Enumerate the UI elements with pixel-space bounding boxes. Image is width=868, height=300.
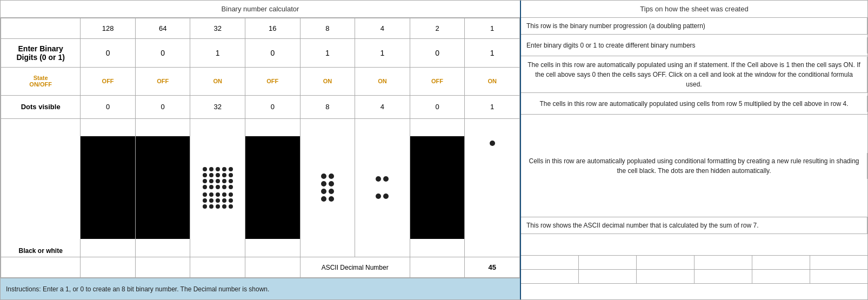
binary-6[interactable]: 0 (410, 38, 465, 68)
ascii-empty-3 (245, 257, 301, 278)
visual-cell-16 (245, 118, 301, 257)
ascii-empty-1 (135, 257, 190, 278)
ascii-row: ASCII Decimal Number 45 (1, 257, 520, 278)
binary-digits-row: Enter BinaryDigits (0 or 1) 0 0 1 0 1 1 … (1, 38, 520, 68)
visual-cell-8 (300, 118, 355, 257)
tip-3: The cells in this row are automatically … (521, 57, 867, 92)
instructions-text: Instructions: Enter a 1, or 0 to create … (6, 285, 269, 293)
state-4: ON (300, 68, 355, 95)
binary-0[interactable]: 0 (81, 38, 136, 68)
instructions-row: Instructions: Enter a 1, or 0 to create … (1, 278, 520, 299)
binary-5[interactable]: 1 (355, 38, 410, 68)
tip-row-5: Cells in this row are automatically popl… (521, 115, 867, 217)
tip-row-6: This row shows the ASCII decimal number … (521, 217, 867, 234)
dots-row-label: Dots visible (1, 95, 81, 118)
extra-cell-12 (810, 270, 867, 283)
binary-table: 128 64 32 16 8 4 2 1 Enter BinaryDigits … (1, 18, 520, 278)
visual-cell-64 (135, 118, 190, 257)
extra-cell-7 (521, 270, 579, 283)
dots-4: 8 (300, 95, 355, 118)
visual-cell-2 (410, 118, 465, 257)
binary-2[interactable]: 1 (190, 38, 245, 68)
extra-row-1 (521, 256, 867, 270)
tip-6: This row shows the ASCII decimal number … (521, 217, 867, 234)
extra-cell-9 (637, 270, 695, 283)
visual-row-label: Black or white (1, 118, 81, 257)
extra-cell-5 (752, 256, 810, 269)
dots-1: 0 (135, 95, 190, 118)
state-3: OFF (245, 68, 301, 95)
col-64: 64 (135, 18, 190, 39)
binary-1[interactable]: 0 (135, 38, 190, 68)
tips-grid: This row is the binary number progressio… (521, 18, 867, 299)
state-5: ON (355, 68, 410, 95)
state-row-label: StateON/OFF (1, 68, 81, 95)
col-32: 32 (190, 18, 245, 39)
column-headers-row: 128 64 32 16 8 4 2 1 (1, 18, 520, 39)
dots-5: 4 (355, 95, 410, 118)
left-title: Binary number calculator (1, 1, 520, 18)
ascii-empty-2 (190, 257, 245, 278)
tip-row-1: This row is the binary number progressio… (521, 18, 867, 35)
extra-cell-10 (695, 270, 752, 283)
state-row: StateON/OFF OFF OFF ON OFF ON ON OFF ON (1, 68, 520, 95)
dots-0: 0 (81, 95, 136, 118)
ascii-empty-4 (410, 257, 465, 278)
tip-5: Cells in this row are automatically popl… (521, 153, 867, 179)
state-7: ON (465, 68, 520, 95)
state-0: OFF (81, 68, 136, 95)
extra-row-2 (521, 270, 867, 284)
ascii-label-cell (1, 257, 81, 278)
dots-visible-row: Dots visible 0 0 32 0 8 4 0 1 (1, 95, 520, 118)
col-4: 4 (355, 18, 410, 39)
extra-cell-8 (579, 270, 637, 283)
state-6: OFF (410, 68, 465, 95)
ascii-label: ASCII Decimal Number (300, 257, 410, 278)
dots-3: 0 (245, 95, 301, 118)
tip-row-3: The cells in this row are automatically … (521, 56, 867, 93)
extra-cell-3 (637, 256, 695, 269)
extra-cell-6 (810, 256, 867, 269)
state-2: ON (190, 68, 245, 95)
ascii-value: 45 (465, 257, 520, 278)
ascii-empty-0 (81, 257, 136, 278)
visual-cell-32 (190, 118, 245, 257)
binary-7[interactable]: 1 (465, 38, 520, 68)
tip-4: The cells in this row are automatically … (521, 96, 867, 112)
extra-cell-4 (695, 256, 752, 269)
binary-4[interactable]: 1 (300, 38, 355, 68)
tip-row-2: Enter binary digits 0 or 1 to create dif… (521, 35, 867, 56)
state-1: OFF (135, 68, 190, 95)
col-8: 8 (300, 18, 355, 39)
right-title: Tips on how the sheet was created (521, 1, 867, 18)
extra-cell-2 (579, 256, 637, 269)
dots-7: 1 (465, 95, 520, 118)
dots-2: 32 (190, 95, 245, 118)
col-16: 16 (245, 18, 301, 39)
tip-row-4: The cells in this row are automatically … (521, 93, 867, 115)
tip-2: Enter binary digits 0 or 1 to create dif… (521, 37, 867, 54)
visual-cell-4 (355, 118, 410, 257)
binary-row-label: Enter BinaryDigits (0 or 1) (1, 38, 81, 68)
extra-cell-1 (521, 256, 579, 269)
visual-cell-1 (465, 118, 520, 257)
tip-instructions-row (521, 234, 867, 256)
dots-6: 0 (410, 95, 465, 118)
right-panel: Tips on how the sheet was created This r… (521, 1, 867, 299)
tip-1: This row is the binary number progressio… (521, 18, 867, 34)
col-1: 1 (465, 18, 520, 39)
extra-cell-11 (752, 270, 810, 283)
extra-rows (521, 256, 867, 299)
visual-row: Black or white (1, 118, 520, 257)
col-2: 2 (410, 18, 465, 39)
col-128: 128 (81, 18, 136, 39)
visual-cell-128 (81, 118, 136, 257)
binary-3[interactable]: 0 (245, 38, 301, 68)
